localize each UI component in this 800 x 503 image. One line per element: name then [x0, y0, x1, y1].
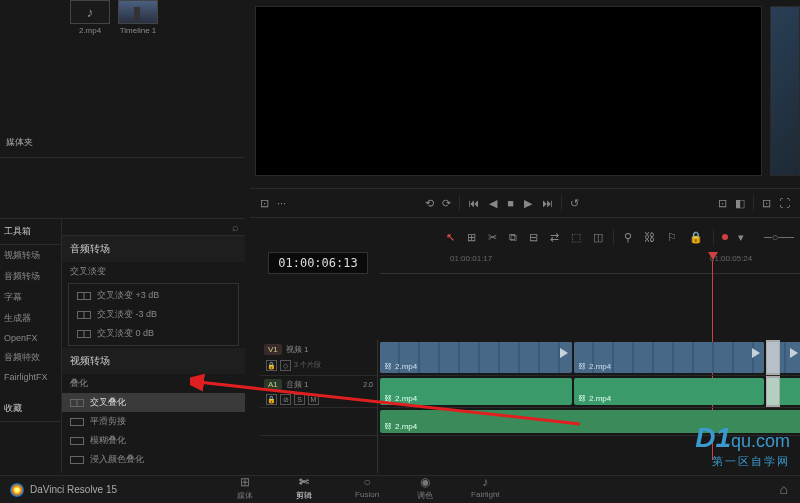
prev-clip-icon[interactable]: ⏮: [468, 197, 479, 209]
ruler-tick: 01:00:05:24: [710, 254, 752, 263]
timeline-viewer[interactable]: [770, 6, 800, 176]
marker-dropdown-icon[interactable]: ▾: [736, 229, 746, 246]
split-view-icon[interactable]: ◧: [735, 197, 745, 210]
audio-track-1: ⛓2.mp4 ⛓2.mp4: [380, 376, 800, 408]
fx-category[interactable]: OpenFX: [0, 329, 61, 347]
append-tool-icon[interactable]: ◫: [591, 229, 605, 246]
trim-tool-icon[interactable]: ⊞: [465, 229, 478, 246]
fx-category[interactable]: 字幕: [0, 287, 61, 308]
fx-item[interactable]: 浸入颜色叠化: [62, 450, 245, 469]
fx-section-video: 视频转场: [62, 348, 245, 374]
track-header-a1[interactable]: A1 音频 1 2.0 🔒 ⊘ S M: [260, 376, 377, 408]
transition-icon: [70, 456, 84, 464]
fx-item[interactable]: 附加叠化: [62, 469, 245, 473]
media-page-icon: ⊞: [240, 475, 250, 489]
zoom-slider-icon[interactable]: ─○──: [762, 229, 796, 245]
play-reverse-icon[interactable]: ◀: [489, 197, 497, 210]
timeline-toolbar: ↖ ⊞ ✂ ⧉ ⊟ ⇄ ⬚ ◫ ⚲ ⛓ ⚐ 🔒 ▾ ─○──: [260, 225, 800, 249]
undo-icon[interactable]: ⟲: [425, 197, 434, 210]
match-frame-icon[interactable]: ⊡: [260, 197, 269, 210]
loop-icon[interactable]: ↺: [570, 197, 579, 210]
video-clip[interactable]: ⛓2.mp4: [574, 342, 764, 373]
more-icon[interactable]: ···: [277, 197, 286, 209]
selection-tool-icon[interactable]: ↖: [444, 229, 457, 246]
fx-category[interactable]: 视频转场: [0, 245, 61, 266]
next-clip-icon[interactable]: ⏭: [542, 197, 553, 209]
fx-group: 叠化: [62, 374, 245, 393]
fx-item[interactable]: 交叉淡变 +3 dB: [69, 286, 238, 305]
audio-track-2: ⛓2.mp4: [380, 408, 800, 436]
redo-icon[interactable]: ⟳: [442, 197, 451, 210]
timecode-display[interactable]: 01:00:06:13: [268, 252, 368, 274]
track-s-icon[interactable]: S: [294, 394, 305, 405]
fx-item[interactable]: 平滑剪接: [62, 412, 245, 431]
fx-category[interactable]: 音频转场: [0, 266, 61, 287]
track-disable-icon[interactable]: ◇: [280, 360, 291, 371]
app-brand: DaVinci Resolve 15: [10, 483, 117, 497]
viewer-mode-icon[interactable]: ⊡: [762, 197, 771, 210]
transition-icon: [77, 292, 91, 300]
toolbox-title: 工具箱: [0, 219, 61, 245]
play-icon[interactable]: ▶: [524, 197, 532, 210]
source-viewer[interactable]: [255, 6, 762, 176]
fusion-page-icon: ○: [363, 475, 370, 489]
fx-item[interactable]: 交叉淡变 -3 dB: [69, 305, 238, 324]
transition-icon: [70, 399, 84, 407]
transition-icon: [77, 330, 91, 338]
track-mute-icon[interactable]: M: [308, 394, 319, 405]
media-folder-label: 媒体夹: [0, 128, 245, 158]
fx-category[interactable]: FairlightFX: [0, 368, 61, 386]
video-clip[interactable]: ⛓2.mp4: [380, 342, 572, 373]
transition-icon: [70, 418, 84, 426]
lock-icon[interactable]: 🔒: [687, 229, 705, 246]
home-icon[interactable]: ⌂: [780, 481, 788, 497]
flag-icon[interactable]: ⚐: [665, 229, 679, 246]
snap-icon[interactable]: ⚲: [622, 229, 634, 246]
overwrite-tool-icon[interactable]: ⊟: [527, 229, 540, 246]
transition-marker[interactable]: [766, 340, 780, 375]
music-icon: ♪: [87, 4, 94, 20]
transport-bar: ⊡ ··· ⟲ ⟳ ⏮ ◀ ■ ▶ ⏭ ↺ ⊡ ◧ ⊡ ⛶: [250, 188, 800, 218]
page-media[interactable]: ⊞媒体: [237, 475, 253, 504]
timeline-clips[interactable]: ⛓2.mp4 ⛓2.mp4 ⛓2.mp4 ⛓2.mp4 ⛓2.mp4: [380, 340, 800, 473]
page-color[interactable]: ◉调色: [417, 475, 433, 504]
track-lock-icon[interactable]: 🔒: [266, 360, 277, 371]
fx-section-audio: 音频转场: [62, 236, 245, 262]
audio-clip[interactable]: ⛓2.mp4: [380, 378, 572, 405]
track-headers: V1 视频 1 🔒 ◇ 3 个片段 A1 音频 1 2.0 🔒 ⊘ S M: [260, 340, 378, 473]
replace-tool-icon[interactable]: ⇄: [548, 229, 561, 246]
fx-item-cross-dissolve[interactable]: 交叉叠化: [62, 393, 245, 412]
audio-clip[interactable]: ⛓2.mp4: [380, 410, 800, 433]
fx-item[interactable]: 模糊叠化: [62, 431, 245, 450]
transition-icon: [70, 437, 84, 445]
track-header-a2[interactable]: [260, 408, 377, 436]
fit-tool-icon[interactable]: ⬚: [569, 229, 583, 246]
fx-group: 交叉淡变: [62, 262, 245, 281]
video-track-1: ⛓2.mp4 ⛓2.mp4: [380, 340, 800, 376]
edit-page-icon: ✄: [299, 475, 309, 489]
ruler-tick: 01:00:01:17: [450, 254, 492, 263]
blade-tool-icon[interactable]: ✂: [486, 229, 499, 246]
marker-red-icon[interactable]: [722, 234, 728, 240]
media-thumb[interactable]: ♪ 2.mp4: [70, 0, 110, 48]
media-thumb[interactable]: Timeline 1: [118, 0, 158, 48]
audio-clip[interactable]: ⛓2.mp4: [574, 378, 764, 405]
fx-item[interactable]: 交叉淡变 0 dB: [69, 324, 238, 343]
link-icon[interactable]: ⛓: [642, 229, 657, 245]
page-navigation: DaVinci Resolve 15 ⊞媒体 ✄剪辑 ○Fusion ◉调色 ♪…: [0, 475, 800, 503]
timeline-ruler[interactable]: 01:00:01:17 01:00:05:24: [380, 252, 800, 274]
expand-icon[interactable]: ⛶: [779, 197, 790, 209]
track-solo-icon[interactable]: ⊘: [280, 394, 291, 405]
insert-tool-icon[interactable]: ⧉: [507, 229, 519, 246]
track-lock-icon[interactable]: 🔒: [266, 394, 277, 405]
track-header-v1[interactable]: V1 视频 1 🔒 ◇ 3 个片段: [260, 340, 377, 376]
stop-icon[interactable]: ■: [507, 197, 514, 209]
fx-category[interactable]: 生成器: [0, 308, 61, 329]
search-icon[interactable]: ⌕: [232, 221, 239, 233]
page-fusion[interactable]: ○Fusion: [355, 475, 379, 504]
page-fairlight[interactable]: ♪Fairlight: [471, 475, 499, 504]
transition-marker[interactable]: [766, 376, 780, 407]
match-icon[interactable]: ⊡: [718, 197, 727, 210]
page-edit[interactable]: ✄剪辑: [291, 475, 317, 504]
fx-category[interactable]: 音频特效: [0, 347, 61, 368]
